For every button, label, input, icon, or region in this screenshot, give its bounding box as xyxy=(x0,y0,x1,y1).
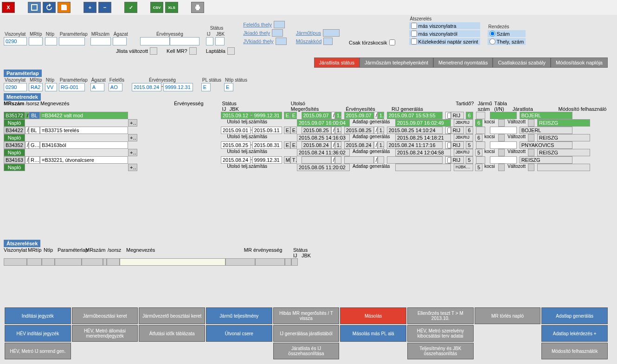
mr-jarmu[interactable]: 5 xyxy=(466,156,473,164)
erv-to-input[interactable] xyxy=(170,37,199,45)
mr-rij-check[interactable] xyxy=(445,156,451,164)
confirm-button[interactable]: ✓ xyxy=(124,2,137,13)
mr-tabla[interactable] xyxy=(476,156,485,164)
felelos-thely-link[interactable]: Felelős thely xyxy=(243,22,272,27)
mr-erv-n[interactable] xyxy=(378,156,384,164)
p-viszonylat[interactable] xyxy=(4,83,27,91)
mr-pp-button[interactable]: ++ xyxy=(128,119,137,127)
jvkiado-thely-box[interactable] xyxy=(276,38,287,45)
mr-sorsz[interactable]: RG xyxy=(29,156,40,164)
mr-kocsi-box[interactable] xyxy=(498,134,505,141)
mr-tabla[interactable] xyxy=(476,127,485,134)
mr-valtozott-box[interactable] xyxy=(528,134,534,141)
mr-megerosites[interactable]: 2015.09.07 xyxy=(302,112,331,119)
p-pl-status[interactable] xyxy=(201,83,211,91)
mr-jaratlista[interactable] xyxy=(490,141,517,149)
mr-sorsz[interactable]: BL xyxy=(29,127,40,134)
mr-rij-gen[interactable] xyxy=(387,156,443,164)
rendezes-thely-szam[interactable]: Thely, szám xyxy=(488,38,526,45)
agazat-input[interactable] xyxy=(113,37,127,45)
mr-mrszam[interactable]: B34422 xyxy=(4,127,25,134)
mr-naplo-button[interactable]: Napló xyxy=(4,149,25,156)
atsz-megnev[interactable] xyxy=(120,258,225,266)
mr-erv-from[interactable]: 2015.09.01 xyxy=(221,127,251,134)
kell-mr-box[interactable] xyxy=(189,47,197,55)
mr-rij-gen[interactable]: 2015.09.07 15:53:55 xyxy=(387,112,443,119)
mr-ervenyesites[interactable] xyxy=(344,156,374,164)
mr-meg-n[interactable]: 1 xyxy=(335,112,341,119)
mr-jarmu[interactable]: 6 xyxy=(466,112,473,119)
mr-jaratlista[interactable] xyxy=(490,156,517,164)
atsz-ntip[interactable] xyxy=(42,258,55,266)
mr-megnev[interactable]: =B33221, útvonalcsere xyxy=(40,156,128,164)
mr-pp-button[interactable]: ++ xyxy=(128,164,137,171)
mr-jbk[interactable]: T xyxy=(290,156,297,164)
tab-modositasok-naploja[interactable]: Módosítások naplója xyxy=(551,57,608,68)
jlista-valtozott-box[interactable] xyxy=(150,47,157,55)
mr-erv-to[interactable]: 9999.12.31 xyxy=(252,112,282,119)
atsz-viszonylat[interactable] xyxy=(4,258,27,266)
muszakkod-link[interactable]: Műszakkód xyxy=(296,38,322,44)
mr-erv-to[interactable]: 9999.12.31 xyxy=(252,156,282,164)
mr-jarmu[interactable]: 5 xyxy=(466,141,473,149)
mr-ervenyesites[interactable]: 2015.08.24 xyxy=(344,141,374,149)
p-erv-to[interactable] xyxy=(163,83,193,91)
mr-erv-to[interactable]: 2015.08.31 xyxy=(252,141,282,149)
atsz-ij[interactable] xyxy=(285,258,291,266)
mr-rij-check[interactable] xyxy=(445,127,451,134)
p-ntip[interactable] xyxy=(45,83,57,91)
parameterlap-input[interactable] xyxy=(59,37,85,45)
mr-erv-from[interactable]: 2015.08.25 xyxy=(221,141,251,149)
close-button[interactable]: X xyxy=(2,2,15,13)
mr-valtozott-box[interactable] xyxy=(528,164,534,171)
mr-megerosites[interactable]: 2015.08.25 xyxy=(302,127,331,134)
mr-ij[interactable]: E xyxy=(284,112,290,119)
viszonylat-input[interactable] xyxy=(4,37,27,45)
refresh-button[interactable] xyxy=(43,2,56,13)
save-button[interactable] xyxy=(58,2,71,13)
add-button[interactable]: + xyxy=(84,2,96,13)
p-ntip-status[interactable] xyxy=(224,83,233,91)
jarmutipus-link[interactable]: Járműtípus xyxy=(296,30,321,36)
erv-from-input[interactable] xyxy=(140,37,170,45)
atsz-mrtip[interactable] xyxy=(27,258,42,266)
mr-meg-n[interactable]: 1 xyxy=(335,127,341,134)
mrszam-input[interactable] xyxy=(90,37,111,45)
rendezes-szam[interactable]: Szám xyxy=(488,30,526,37)
mr-valtozott-box[interactable] xyxy=(528,149,534,156)
muszakkod-box[interactable] xyxy=(323,38,333,45)
jvkiado-thely-link[interactable]: JVkiadó thely xyxy=(243,38,273,44)
mr-pp-button[interactable]: ++ xyxy=(128,134,137,141)
mr-erv-n[interactable]: 1 xyxy=(378,112,384,119)
mr-meg-n[interactable]: 1 xyxy=(335,141,341,149)
mr-kocsi-box[interactable] xyxy=(498,149,505,156)
atsz-mrszam[interactable] xyxy=(82,258,103,266)
mr-ij[interactable]: E xyxy=(284,127,290,134)
mr-megerosites[interactable]: 2015.08.24 xyxy=(302,141,331,149)
jbk-input[interactable] xyxy=(215,37,225,45)
mr-sorsz[interactable]: BL xyxy=(29,112,40,119)
mr-meg-n[interactable] xyxy=(335,156,341,164)
atsz-erv-to[interactable] xyxy=(255,258,285,266)
mr-erv-to[interactable]: 2015.09.11 xyxy=(252,127,282,134)
p-mrtip[interactable] xyxy=(29,83,43,91)
p-parameterlap[interactable] xyxy=(59,83,85,91)
mr-kocsi-box[interactable] xyxy=(498,164,505,171)
export-csv-button[interactable]: CSV xyxy=(150,2,163,13)
mr-naplo-button[interactable]: Napló xyxy=(4,119,25,127)
mr-jaratlista[interactable] xyxy=(490,112,517,119)
tab-csatlakozasi-szabaly[interactable]: Csatlakozási szabály xyxy=(493,57,551,68)
mr-erv-n[interactable]: 1 xyxy=(378,127,384,134)
ntip-input[interactable] xyxy=(45,37,57,45)
tab-jarmuszam[interactable]: Járműszám telephelyenként xyxy=(360,57,433,68)
mr-mrszam[interactable]: B35172 xyxy=(4,112,25,119)
felelos-thely-box[interactable] xyxy=(274,21,285,28)
window-button[interactable] xyxy=(28,2,41,13)
jarmutipus-box[interactable] xyxy=(323,29,340,37)
p-felelos[interactable] xyxy=(109,83,122,91)
atsz-jbk[interactable] xyxy=(291,258,298,266)
mr-megnev[interactable]: =B34422 valt mod xyxy=(40,112,128,119)
atsz-kozlekedesi-naptar[interactable]: Közlekedési naptár szerint xyxy=(409,38,480,45)
tab-jaratlista-status[interactable]: Járatlista státus xyxy=(314,57,360,68)
mr-tabla[interactable] xyxy=(476,112,485,119)
